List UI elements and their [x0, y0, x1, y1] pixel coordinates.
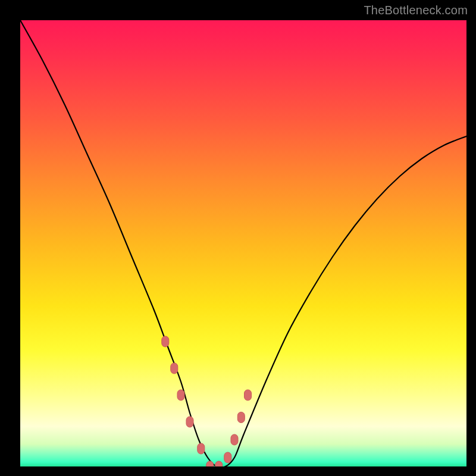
chart-frame: TheBottleneck.com [0, 0, 476, 476]
curve-marker [186, 416, 193, 427]
curve-marker [224, 452, 231, 463]
curve-marker [245, 390, 252, 400]
plot-area [20, 20, 466, 466]
curve-marker [162, 336, 169, 347]
watermark-text: TheBottleneck.com [364, 4, 468, 17]
curve-marker [215, 461, 223, 466]
curve-marker [177, 390, 184, 400]
bottleneck-curve [20, 20, 466, 466]
curve-line [20, 20, 466, 466]
curve-marker [231, 434, 238, 445]
curve-marker [171, 363, 178, 374]
curve-marker [237, 412, 245, 423]
curve-markers [162, 336, 252, 466]
curve-marker [206, 461, 214, 466]
curve-marker [198, 443, 205, 454]
